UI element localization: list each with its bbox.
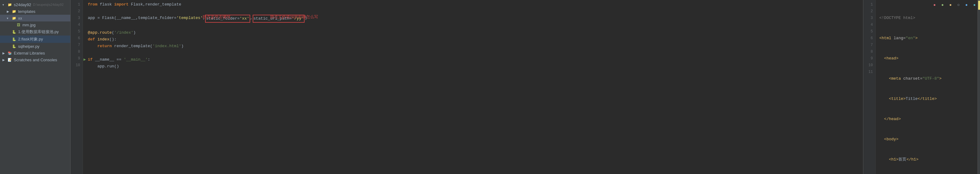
scrollbar-strip-right[interactable] [978,0,980,174]
html-code-content[interactable]: <!DOCTYPE html> <html lang="en"> <head> … [876,0,980,174]
comma1: , [203,15,205,21]
title-text: Title [906,96,918,102]
html-open: <html [879,35,894,42]
py-icon-3: 🐍 [12,44,17,49]
indent-h5 [879,96,889,102]
icon-red[interactable]: ● [931,2,938,8]
line-numbers-left: 1 2 3 4 5 6 7 8 9 10 [71,0,83,174]
static-folder-kw: static_folder= [206,16,239,21]
code-line-3: app = Flask(__name__,template_folder='te… [88,15,863,23]
right-editor-pane: ● ● ● ○ ● ● 1 2 3 4 5 6 7 8 9 10 11 [863,0,980,174]
html-line-4: <meta charset="UTF-8"> [879,75,980,82]
py-icon-1: 🐍 [12,29,17,34]
sidebar-item-xx[interactable]: ▾ 📁 xx [0,15,70,21]
toolbar-icons: ● ● ● ○ ● ● [931,2,978,8]
template-folder-val: 'templates' [177,15,203,21]
route-paren: ( [112,29,114,36]
route-path: '/index' [114,29,133,36]
render-arg: 'index.html' [153,43,181,50]
kw-if: if [88,56,93,63]
xx-label: xx [18,16,22,21]
html-line-1: <!DOCTYPE html> [879,15,980,21]
head-open: <head> [884,55,899,62]
charset-attr: charset= [903,75,922,82]
static-url-highlight: static_url_path='/yy' [253,15,305,23]
kw-import: import [114,1,129,8]
code-line-7: return render_template('index.html') [88,43,863,50]
paren-close: ) [305,15,307,21]
html-code-area: 1 2 3 4 5 6 7 8 9 10 11 <!DOCTYPE html> … [863,0,980,174]
fn-index: index [95,36,109,43]
kw-return: return [97,43,112,50]
indent-spaces-7 [88,43,97,50]
code-line-6: def index(): [88,36,863,43]
scroll-thumb [978,1,980,10]
meta-tag: <meta [889,75,903,82]
html-line-6: </head> [879,116,980,123]
scratches-icon: 📝 [7,57,12,62]
main-check: __name__ == [93,56,124,63]
render-close: ) [181,43,184,50]
sidebar-item-templates[interactable]: ▶ 📁 templates [0,8,70,15]
sidebar-item-external[interactable]: ▶ 📚 External Libraries [0,50,70,56]
icon-green[interactable]: ● [939,2,946,8]
scratches-label: Scratches and Consoles [14,58,57,62]
sidebar-item-file1[interactable]: 🐍 1.使用数据库链接池.py [0,28,70,36]
file1-label: 1.使用数据库链接池.py [18,29,59,35]
render-call: render_template( [112,43,153,50]
icon-empty[interactable]: ○ [955,2,962,8]
static-folder-val: 'xx' [240,16,249,21]
h1-text: 首页 [898,156,906,163]
comma2: , [250,15,253,21]
static-url-kw: static_url_path= [254,16,292,21]
folder-icon-xx: 📁 [12,16,17,21]
templates-label: templates [18,9,35,14]
sidebar-item-scratches[interactable]: ▶ 📝 Scratches and Consoles [0,56,70,63]
meta-close: > [939,75,942,82]
expand-arrow-ext: ▶ [2,51,7,55]
line-numbers-right: 1 2 3 4 5 6 7 8 9 10 11 [863,0,876,174]
html-line-3: <head> [879,55,980,62]
indent-h6 [879,116,884,123]
html-line-2: <html lang="en"> [879,35,980,42]
code-content-left[interactable]: from flask import Flask,render_template … [83,0,863,174]
sidebar: ▾ 📁 s24day92 D:\wupeiq\s24day92 ▶ 📁 temp… [0,0,71,174]
expand-arrow-templates: ▶ [7,10,11,13]
sp1: flask [97,1,114,8]
decorator-route: @app.route [88,29,112,36]
head-close: </head> [884,116,901,123]
file2-label: 2.flask对象.py [18,36,43,42]
static-folder-highlight: static_folder='xx' [205,15,250,23]
title-open: <title> [889,96,906,102]
mmjpg-label: mm.jpg [22,23,36,27]
indent-h7 [879,136,884,143]
html-line-5: <title>Title</title> [879,96,980,102]
static-url-val: '/yy' [292,16,304,21]
html-line-8: <h1>首页</h1> [879,156,980,163]
indent-h3 [879,55,884,62]
external-label: External Libraries [14,51,45,55]
image-icon: 🖼 [16,22,21,27]
doctype: <!DOCTYPE html> [879,15,915,21]
indent-h4 [879,75,889,82]
expand-arrow: ▾ [2,3,7,6]
route-close: ) [133,29,136,36]
h1-open: <h1> [889,156,898,163]
code-line-5: @app.route('/index') [88,29,863,36]
sidebar-item-sqlhelper[interactable]: 🐍 sqlhelper.py [0,43,70,50]
left-editor-pane: 1 2 3 4 5 6 7 8 9 10 from flask import F… [71,0,863,174]
run-arrow-9: ▶ [84,56,86,63]
code-line-4 [88,23,863,29]
html-close: > [915,35,918,42]
sidebar-item-file2[interactable]: 🐍 2.flask对象.py [0,36,70,43]
icon-blue[interactable]: ● [963,2,970,8]
sidebar-item-mmjpg[interactable]: 🖼 mm.jpg [0,21,70,28]
project-path: D:\wupeiq\s24day92 [33,3,64,6]
icon-orange[interactable]: ● [947,2,954,8]
icon-teal[interactable]: ● [971,2,978,8]
py-icon-2: 🐍 [12,37,17,42]
sidebar-item-project[interactable]: ▾ 📁 s24day92 D:\wupeiq\s24day92 [0,1,70,8]
folder-icon-templates: 📁 [12,9,17,14]
code-line-8 [88,50,863,56]
code-line-1: from flask import Flask,render_template [88,1,863,8]
